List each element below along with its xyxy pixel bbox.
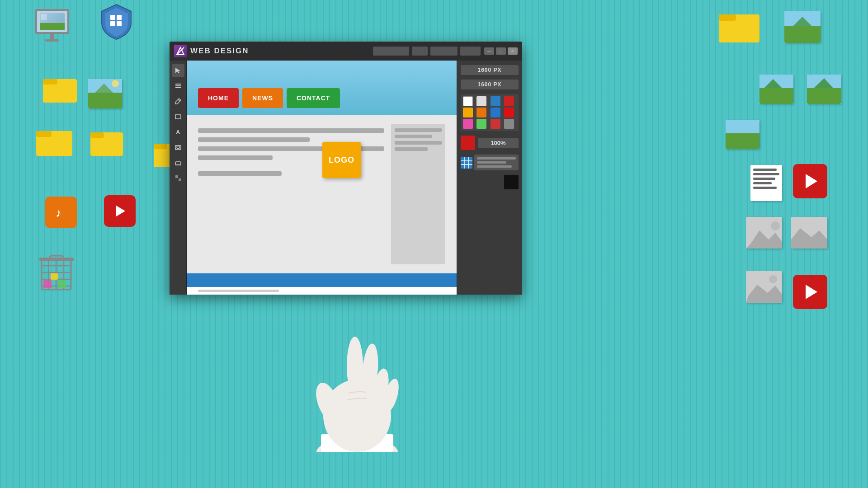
black-color-square[interactable] [504, 175, 519, 189]
svg-point-79 [316, 438, 398, 452]
desktop-icon-img-gray-1[interactable] [746, 217, 782, 249]
dimension-height-input[interactable]: 1600 PX [461, 80, 519, 89]
svg-rect-5 [43, 79, 57, 84]
svg-rect-27 [43, 280, 52, 288]
desktop-icon-folder-yellow-2[interactable] [36, 127, 72, 156]
toolbar-btn-3[interactable] [430, 47, 458, 56]
svg-rect-12 [36, 131, 52, 137]
svg-rect-29 [51, 273, 58, 280]
widget-line-4 [395, 147, 428, 151]
tool-rect[interactable] [172, 110, 184, 123]
desktop-icon-folder-yellow-1[interactable] [43, 75, 77, 103]
svg-point-82 [311, 380, 344, 425]
desktop-icon-monitor[interactable] [32, 9, 72, 43]
nav-news-button[interactable]: NEWS [242, 88, 283, 108]
swatch-red-2[interactable] [504, 108, 514, 117]
desktop-icon-play-r1[interactable] [793, 164, 827, 198]
swatch-gray[interactable] [504, 119, 514, 129]
zoom-color-indicator[interactable] [461, 136, 475, 150]
canvas-area: HOME NEWS CONTACT [187, 61, 457, 295]
svg-point-69 [177, 146, 179, 149]
svg-rect-16 [154, 144, 167, 149]
desktop-icon-img-r3[interactable] [807, 75, 841, 104]
nav-contact-button[interactable]: CONTACT [287, 88, 340, 108]
zoom-level-display[interactable]: 100% [478, 138, 519, 148]
image-right-3 [807, 75, 841, 104]
svg-marker-49 [806, 174, 817, 188]
tool-eraser[interactable] [172, 156, 184, 169]
desktop-icon-shield[interactable] [99, 2, 133, 41]
folder-yellow-icon [43, 75, 77, 103]
tool-shape[interactable] [172, 141, 184, 154]
tool-pen[interactable] [172, 95, 184, 108]
svg-rect-3 [117, 21, 122, 26]
minimize-button[interactable]: — [484, 47, 494, 55]
color-palette [461, 94, 519, 131]
svg-marker-18 [116, 206, 125, 216]
svg-rect-47 [726, 133, 760, 149]
close-button[interactable]: ✕ [508, 47, 518, 55]
site-header: HOME NEWS CONTACT [187, 61, 457, 115]
image-gray-3 [746, 271, 782, 303]
bottom-content-line [198, 290, 279, 292]
window-controls: — □ ✕ [484, 47, 518, 55]
maximize-button[interactable]: □ [496, 47, 506, 55]
swatch-orange-yellow[interactable] [463, 108, 473, 117]
svg-line-65 [178, 99, 180, 101]
toolbar-btn-2[interactable] [412, 47, 428, 56]
desktop-icon-music[interactable]: ♪ [45, 197, 77, 228]
svg-rect-33 [719, 14, 736, 21]
toolbar-area [373, 47, 481, 56]
image-right-4 [726, 120, 760, 149]
swatch-blue[interactable] [491, 96, 500, 106]
desktop-icon-trash[interactable] [37, 252, 75, 293]
swatch-pink[interactable] [463, 119, 473, 129]
svg-rect-39 [760, 88, 793, 104]
monitor-stand [50, 34, 54, 39]
swatch-blue-2[interactable] [491, 108, 500, 117]
swatch-white[interactable] [463, 96, 473, 106]
monitor-base [45, 39, 59, 42]
svg-rect-43 [807, 88, 841, 104]
swatch-red-3[interactable] [491, 119, 500, 129]
svg-rect-70 [175, 162, 181, 165]
grid-icon[interactable] [461, 157, 472, 169]
desktop-icon-document[interactable] [750, 165, 782, 201]
logo-sticky-note[interactable]: LOGO [322, 142, 361, 178]
svg-rect-0 [110, 15, 115, 20]
dimension-width-input[interactable]: 1600 PX [461, 65, 519, 75]
color-swatch-grid [463, 96, 516, 129]
right-panel: 1600 PX 1600 PX [457, 61, 522, 295]
image-icon [88, 79, 122, 108]
widget-line-1 [395, 128, 442, 132]
svg-rect-74 [461, 157, 472, 169]
swatch-red[interactable] [504, 96, 514, 106]
svg-rect-14 [90, 132, 104, 138]
tool-misc[interactable] [172, 172, 184, 184]
monitor-screen [35, 9, 69, 34]
image-gray-1 [746, 217, 782, 249]
desktop-icon-img-r4[interactable] [726, 120, 760, 149]
swatch-green[interactable] [476, 119, 486, 129]
desktop-icon-img-r2[interactable] [760, 75, 793, 104]
desktop-icon-img-gray-3[interactable] [746, 271, 782, 303]
music-icon: ♪ [45, 197, 77, 228]
tool-text[interactable]: A [172, 126, 184, 138]
desktop-icon-folder-yellow-3[interactable] [90, 129, 123, 156]
panel-line-2 [477, 161, 506, 164]
tool-lines[interactable] [172, 80, 184, 92]
desktop-icon-play-r2[interactable] [793, 275, 827, 309]
nav-home-button[interactable]: HOME [198, 88, 239, 108]
swatch-orange[interactable] [476, 108, 486, 117]
toolbar-btn-1[interactable] [373, 47, 409, 56]
svg-rect-48 [726, 120, 760, 133]
toolbar-btn-4[interactable] [460, 47, 481, 56]
desktop-icon-play-1[interactable] [104, 195, 136, 227]
content-line-2 [198, 137, 310, 142]
swatch-lightgray[interactable] [476, 96, 486, 106]
desktop-icon-folder-right-1[interactable] [719, 9, 760, 42]
desktop-icon-img-r1[interactable] [784, 11, 821, 43]
desktop-icon-image-1[interactable] [88, 79, 122, 108]
tool-select[interactable] [172, 64, 184, 77]
desktop-icon-img-gray-2[interactable] [791, 217, 827, 249]
